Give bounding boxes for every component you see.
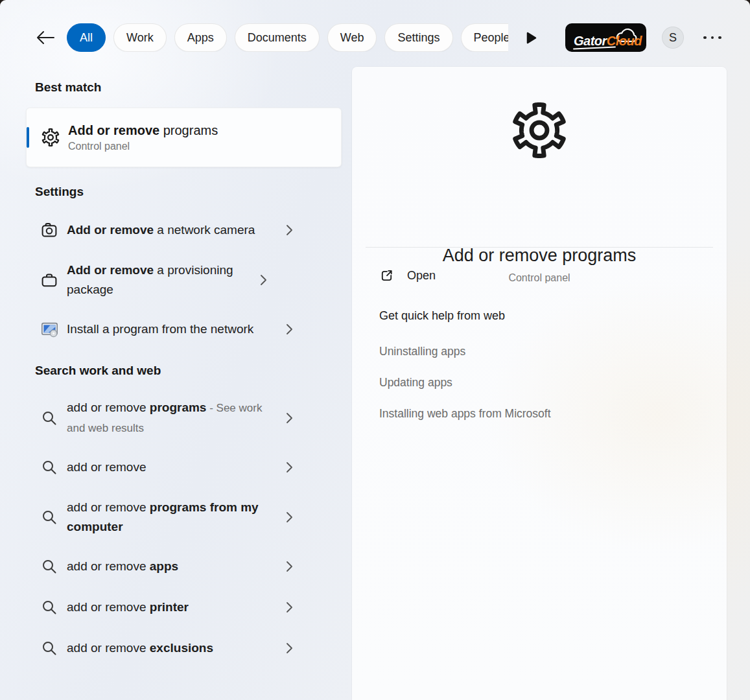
suggestion-label: add or remove programs from my computer <box>67 498 281 537</box>
suggestion-label: add or remove printer <box>67 598 281 618</box>
search-icon <box>41 640 58 657</box>
search-window: All Work Apps Documents Web Settings Peo… <box>0 0 750 700</box>
search-suggestion-row[interactable]: add or remove programs from my computer <box>26 489 342 545</box>
more-filters-button[interactable] <box>525 32 538 45</box>
result-label: Add or remove a provisioning package <box>67 261 255 299</box>
selection-accent-bar <box>27 127 29 148</box>
preview-panel: Add or remove programs Control panel Ope… <box>352 67 727 700</box>
search-suggestion-row[interactable]: add or remove exclusions <box>26 631 342 666</box>
gatorcloud-logo: GatorCloud <box>565 23 646 52</box>
gear-icon <box>41 128 60 147</box>
chevron-right-icon <box>286 561 293 572</box>
results-list: Best match Add or remove programs Contro… <box>26 0 342 700</box>
search-suggestion-row[interactable]: add or remove apps <box>26 549 342 584</box>
search-icon <box>41 509 58 526</box>
preview-title: Add or remove programs <box>352 244 727 266</box>
best-match-heading: Best match <box>35 79 101 96</box>
account-avatar[interactable]: S <box>662 27 684 49</box>
logo-text-gator: Gator <box>574 34 607 48</box>
chevron-right-icon <box>286 642 293 654</box>
play-triangle-icon <box>526 32 537 44</box>
filter-tab-settings[interactable]: Settings <box>384 23 452 52</box>
search-suggestion-row[interactable]: add or remove <box>26 449 342 485</box>
chevron-right-icon <box>286 323 293 335</box>
filter-tab-people[interactable]: People <box>461 23 509 52</box>
result-label: Install a program from the network <box>67 320 281 339</box>
best-match-title: Add or remove programs <box>68 121 218 139</box>
suggestion-label: add or remove apps <box>67 557 281 577</box>
help-link-installing[interactable]: Installing web apps from Microsoft <box>379 406 551 421</box>
quick-help-heading: Get quick help from web <box>379 307 505 324</box>
logo-text-cloud: Cloud <box>607 34 642 48</box>
chevron-right-icon <box>286 601 293 613</box>
search-icon <box>41 410 58 426</box>
chevron-right-icon <box>286 461 293 473</box>
open-external-icon <box>379 268 394 283</box>
suggestion-label: add or remove exclusions <box>67 638 281 659</box>
ellipsis-icon <box>703 36 707 40</box>
package-icon <box>40 271 58 289</box>
suggestion-label: add or remove <box>67 458 281 478</box>
search-icon <box>41 599 58 616</box>
open-action[interactable]: Open <box>379 266 436 285</box>
suggestion-label: add or remove programs - See work and we… <box>67 398 281 438</box>
open-label: Open <box>407 269 436 283</box>
divider <box>366 247 713 248</box>
help-link-uninstalling[interactable]: Uninstalling apps <box>379 344 465 358</box>
chevron-right-icon <box>260 274 267 286</box>
result-network-camera[interactable]: Add or remove a network camera <box>26 212 342 248</box>
help-link-updating[interactable]: Updating apps <box>379 375 452 390</box>
settings-heading: Settings <box>35 183 84 200</box>
result-label: Add or remove a network camera <box>67 220 281 240</box>
search-web-heading: Search work and web <box>35 362 161 379</box>
more-options-button[interactable] <box>700 32 725 43</box>
result-install-program[interactable]: Install a program from the network <box>26 312 342 347</box>
best-match-subtitle: Control panel <box>68 139 218 154</box>
best-match-result[interactable]: Add or remove programs Control panel <box>26 108 342 167</box>
chevron-right-icon <box>286 511 293 523</box>
result-provisioning-package[interactable]: Add or remove a provisioning package <box>26 252 342 308</box>
search-icon <box>41 558 58 575</box>
search-icon <box>41 459 58 476</box>
chevron-right-icon <box>286 224 293 236</box>
chevron-right-icon <box>286 412 293 424</box>
installer-icon <box>41 321 58 338</box>
search-suggestion-row[interactable]: add or remove printer <box>26 590 342 625</box>
search-suggestion-row[interactable]: add or remove programs - See work and we… <box>26 390 342 447</box>
camera-icon <box>40 221 58 239</box>
gear-icon-large <box>510 100 569 160</box>
